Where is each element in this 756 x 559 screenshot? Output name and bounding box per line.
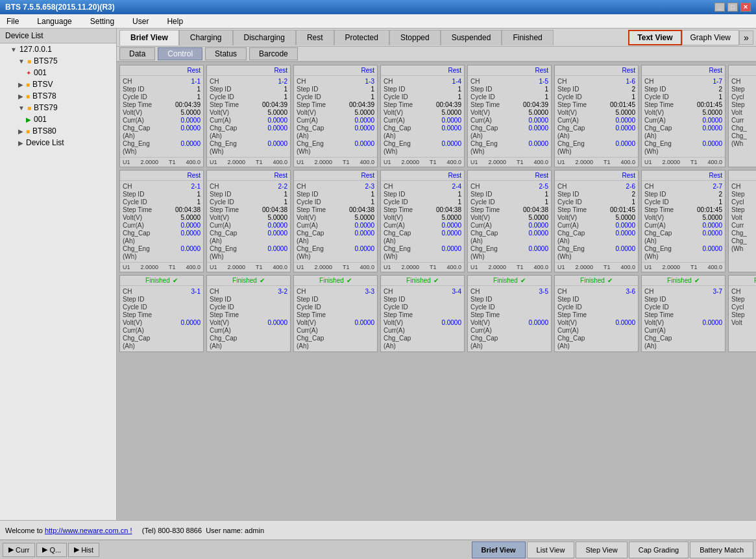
tree-arrow-icon: ▶ bbox=[18, 128, 23, 135]
cell-3-partial: Finished ✔ CH Step Cycl Step Volt bbox=[728, 275, 756, 352]
menu-user[interactable]: User bbox=[128, 16, 152, 27]
sidebar-item-devicelist[interactable]: ▶ Device List bbox=[0, 137, 116, 149]
cell-status-1-1: Rest bbox=[120, 65, 203, 76]
taskbar-curr[interactable]: ▶ Curr bbox=[3, 543, 35, 557]
nav-right-arrow[interactable]: » bbox=[739, 30, 753, 45]
cell-body: CH1-2 Step ID1 Cycle ID1 Step Time00:04:… bbox=[207, 76, 290, 157]
bottom-tab-cap-grading[interactable]: Cap Grading bbox=[629, 541, 689, 558]
check-icon: ✔ bbox=[433, 277, 439, 284]
tab-discharging[interactable]: Discharging bbox=[233, 30, 296, 45]
bottom-tab-battery-match[interactable]: Battery Match bbox=[690, 541, 753, 558]
cell-grid: Rest CH1-1 Step ID1 Cycle ID1 Step Time0… bbox=[119, 65, 753, 352]
cell-3-3: Finished ✔ CH3-3 Step ID Cycle ID Step T… bbox=[293, 275, 378, 352]
cell-2-3: Rest CH2-3 Step ID1 Cycle ID1 Step Time0… bbox=[293, 170, 378, 272]
subtab-status[interactable]: Status bbox=[205, 47, 247, 60]
sidebar-item-label: 127.0.0.1 bbox=[19, 45, 52, 54]
sidebar-item-label: BTSV bbox=[32, 80, 53, 89]
check-icon: ✔ bbox=[694, 277, 700, 284]
sidebar-item-001b[interactable]: ▶ 001 bbox=[0, 113, 116, 125]
sidebar-item-label: 001 bbox=[34, 68, 47, 77]
close-button[interactable]: ✕ bbox=[740, 3, 751, 12]
tab-charging[interactable]: Charging bbox=[179, 30, 233, 45]
tab-protected[interactable]: Protected bbox=[334, 30, 389, 45]
bts-icon: ■ bbox=[26, 93, 30, 100]
graph-view-button[interactable]: Graph View bbox=[682, 30, 739, 45]
check-icon: ✔ bbox=[347, 277, 352, 284]
cell-1-7: Rest CH1-7 Step ID2 Cycle ID1 Step Time0… bbox=[641, 65, 726, 167]
curr-icon: ▶ bbox=[8, 545, 14, 554]
sidebar-item-label: 001 bbox=[34, 115, 47, 124]
taskbar-tabs: ▶ Curr ▶ Q... ▶ Hist bbox=[3, 543, 99, 557]
q-icon: ▶ bbox=[42, 545, 47, 554]
cell-1-1: Rest CH1-1 Step ID1 Cycle ID1 Step Time0… bbox=[119, 65, 204, 167]
subtab-barcode[interactable]: Barcode bbox=[249, 47, 298, 60]
cell-2-7: Rest CH2-7 Step ID2 Cycle ID1 Step Time0… bbox=[641, 170, 726, 272]
tree-arrow-icon: ▶ bbox=[18, 139, 23, 147]
cell-2-5: Rest CH2-5 Step ID1 Cycle ID1 Step Time0… bbox=[467, 170, 552, 272]
menu-setting[interactable]: Setting bbox=[86, 16, 118, 27]
cell-2-1: Rest CH2-1 Step ID1 Cycle ID1 Step Time0… bbox=[119, 170, 204, 272]
sidebar-item-label: BTS80 bbox=[32, 126, 56, 136]
cell-3-2: Finished ✔ CH3-2 Step ID Cycle ID Step T… bbox=[206, 275, 291, 352]
cell-1-3: Rest CH1-3 Step ID1 Cycle ID1 Step Time0… bbox=[293, 65, 378, 167]
menu-help[interactable]: Help bbox=[163, 16, 187, 27]
tab-brief-view[interactable]: Brief View bbox=[119, 30, 179, 45]
bottom-tab-list-view[interactable]: List View bbox=[527, 541, 575, 558]
check-icon: ✔ bbox=[173, 277, 178, 284]
sidebar-item-label: BTS79 bbox=[34, 103, 58, 112]
tab-stopped[interactable]: Stopped bbox=[389, 30, 441, 45]
tab-finished[interactable]: Finished bbox=[502, 30, 553, 45]
cell-3-1: Finished ✔ CH3-1 Step ID Cycle ID Step T… bbox=[119, 275, 204, 352]
cell-3-4: Finished ✔ CH3-4 Step ID Cycle ID Step T… bbox=[380, 275, 465, 352]
minimize-button[interactable]: _ bbox=[714, 3, 725, 12]
hist-icon: ▶ bbox=[74, 545, 79, 554]
statusbar: Welcome to http://www.neware.com.cn ! (T… bbox=[0, 520, 756, 540]
cell-3-6: Finished ✔ CH3-6 Step ID Cycle ID Step T… bbox=[554, 275, 639, 352]
taskbar-q[interactable]: ▶ Q... bbox=[36, 543, 67, 557]
sidebar-item-bts79[interactable]: ▼ ■ BTS79 bbox=[0, 102, 116, 113]
cell-1-5: Rest CH1-5 Step ID1 Cycle ID1 Step Time0… bbox=[467, 65, 552, 167]
sidebar-item-bts75[interactable]: ▼ ■ BTS75 bbox=[0, 55, 116, 67]
cell-footer-1-1: U12.0000T1400.0 bbox=[120, 157, 203, 167]
cell-1-partial: Rest CH Step Cycl Step Volt Curr Chg_ Ch… bbox=[728, 65, 756, 167]
sidebar-item-label: BTS75 bbox=[34, 56, 58, 65]
tab-suspended[interactable]: Suspended bbox=[441, 30, 502, 45]
tree-arrow-icon: ▶ bbox=[18, 93, 23, 100]
sidebar-header: Device List bbox=[0, 29, 116, 43]
menu-file[interactable]: File bbox=[3, 16, 23, 27]
channel-icon: ✦ bbox=[26, 69, 31, 77]
tree-arrow-icon: ▼ bbox=[18, 104, 25, 112]
check-icon: ✔ bbox=[260, 277, 265, 284]
sidebar-item-bts78[interactable]: ▶ ■ BTS78 bbox=[0, 90, 116, 102]
cell-2-2: Rest CH2-2 Step ID1 Cycle ID1 Step Time0… bbox=[206, 170, 291, 272]
menu-language[interactable]: Language bbox=[33, 16, 75, 27]
bottom-tab-brief-view[interactable]: Brief View bbox=[472, 541, 526, 558]
sidebar-item-label: Device List bbox=[26, 138, 64, 147]
sub-tabs-bar: Data Control Status Barcode bbox=[117, 47, 756, 62]
window-controls[interactable]: _ □ ✕ bbox=[714, 3, 751, 12]
website-link[interactable]: http://www.neware.com.cn ! bbox=[45, 527, 132, 534]
title-text: BTS 7.5.5.658(2015.11.20)(R3) bbox=[5, 3, 115, 12]
cell-2-partial: Rest CH Step Cycl Step Volt Curr Chg_ Ch… bbox=[728, 170, 756, 272]
taskbar-hist[interactable]: ▶ Hist bbox=[68, 543, 99, 557]
sidebar-item-label: BTS78 bbox=[32, 91, 56, 101]
subtab-control[interactable]: Control bbox=[158, 47, 202, 60]
bottom-tab-step-view[interactable]: Step View bbox=[576, 541, 627, 558]
text-view-button[interactable]: Text View bbox=[628, 30, 681, 45]
taskbar-q-label: Q... bbox=[49, 546, 61, 554]
status-message: Welcome to http://www.neware.com.cn ! (T… bbox=[5, 527, 751, 534]
cell-footer: U12.0000T1400.0 bbox=[207, 157, 290, 167]
subtab-data[interactable]: Data bbox=[119, 47, 155, 60]
tab-rest[interactable]: Rest bbox=[296, 30, 334, 45]
titlebar: BTS 7.5.5.658(2015.11.20)(R3) _ □ ✕ bbox=[0, 0, 756, 14]
bts-icon: ■ bbox=[27, 104, 31, 112]
sidebar-item-001a[interactable]: ✦ 001 bbox=[0, 67, 116, 78]
maximize-button[interactable]: □ bbox=[727, 3, 738, 12]
sidebar-item-bts80[interactable]: ▶ ■ BTS80 bbox=[0, 125, 116, 137]
sidebar-title: Device List bbox=[5, 31, 43, 40]
sidebar-item-btsv[interactable]: ▶ ■ BTSV bbox=[0, 78, 116, 90]
tree-arrow-icon: ▼ bbox=[10, 46, 17, 53]
sidebar-item-127[interactable]: ▼ 127.0.0.1 bbox=[0, 43, 116, 55]
tree-arrow-icon: ▶ bbox=[18, 81, 23, 88]
bts-icon: ■ bbox=[26, 128, 30, 135]
